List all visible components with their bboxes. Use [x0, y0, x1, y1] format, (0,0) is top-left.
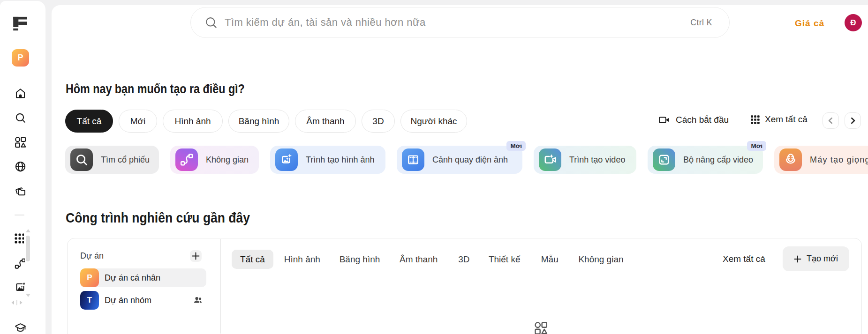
- grid-dots-icon: [750, 115, 760, 125]
- plus-icon: [794, 255, 801, 263]
- sidebar: P: [0, 1, 45, 334]
- pricing-link[interactable]: Giá cả: [795, 18, 824, 29]
- project-item-personal[interactable]: P Dự án cá nhân: [80, 268, 206, 287]
- get-started-label: Cách bắt đầu: [676, 115, 729, 125]
- tool-icon-tile: [70, 148, 93, 171]
- new-badge: Mới: [747, 141, 766, 151]
- projects-label: Dự án: [80, 251, 104, 261]
- search-shortcut: Ctrl K: [690, 18, 712, 28]
- tool-icon-tile: [175, 148, 198, 171]
- tool-card-image-generator[interactable]: Trình tạo hình ảnh: [270, 146, 385, 174]
- search-icon: [205, 17, 217, 29]
- chip-images[interactable]: Hình ảnh: [163, 110, 223, 133]
- tab-video[interactable]: Băng hình: [340, 250, 380, 269]
- tool-icon-tile: [275, 148, 298, 171]
- sidebar-scrollbar-thumb[interactable]: [26, 236, 30, 261]
- tool-card-label: Trình tạo video: [569, 155, 625, 165]
- collections-icon[interactable]: [15, 185, 26, 197]
- plus-icon: [192, 252, 200, 260]
- create-new-button[interactable]: Tạo mới: [783, 246, 849, 271]
- tool-card-label: Trình tạo hình ảnh: [306, 155, 374, 165]
- apps-grid-icon[interactable]: [15, 233, 24, 244]
- chip-others[interactable]: Người khác: [400, 110, 467, 133]
- tab-images[interactable]: Hình ảnh: [284, 250, 320, 269]
- tab-3d[interactable]: 3D: [458, 250, 469, 269]
- chip-3d[interactable]: 3D: [362, 110, 395, 133]
- add-project-button[interactable]: [190, 250, 202, 262]
- search-icon[interactable]: [15, 112, 26, 124]
- sidebar-collapse-icon[interactable]: [11, 300, 23, 305]
- film-icon: [406, 153, 420, 167]
- filter-chips: Tất cả Mới Hình ảnh Băng hình Âm thanh 3…: [65, 110, 467, 133]
- project-item-label: Dự án nhóm: [105, 296, 193, 305]
- video-generator-icon: [543, 153, 557, 167]
- tab-design[interactable]: Thiết kế: [489, 250, 521, 269]
- view-all-tools-button[interactable]: Xem tất cả: [750, 114, 808, 125]
- global-search[interactable]: Tìm kiếm dự án, tài sản và nhiều hơn nữa…: [190, 7, 730, 38]
- user-avatar[interactable]: Đ: [845, 14, 862, 31]
- home-icon[interactable]: [15, 88, 26, 99]
- sidebar-divider: [15, 215, 24, 215]
- tab-templates[interactable]: Mẫu: [541, 250, 559, 269]
- carousel-next-button[interactable]: [845, 112, 861, 129]
- tool-card-label: Tìm cổ phiếu: [101, 155, 150, 165]
- spline-icon[interactable]: [15, 258, 25, 269]
- new-badge: Mới: [506, 141, 526, 151]
- globe-icon[interactable]: [15, 161, 26, 172]
- view-all-tools-label: Xem tất cả: [765, 114, 808, 125]
- create-new-label: Tạo mới: [807, 254, 838, 264]
- get-started-button[interactable]: Cách bắt đầu: [658, 114, 729, 126]
- chip-new[interactable]: Mới: [119, 110, 157, 133]
- recent-section-title: Công trình nghiên cứu gần đây: [66, 210, 250, 226]
- carousel-prev-button[interactable]: [823, 112, 839, 129]
- tool-card-video-upscaler[interactable]: Mới Bộ nâng cấp video: [648, 146, 763, 174]
- chevron-left-icon: [826, 116, 835, 125]
- chip-video[interactable]: Băng hình: [228, 110, 289, 133]
- chevron-right-icon: [848, 116, 857, 125]
- project-avatar: P: [80, 268, 99, 287]
- upscaler-icon: [657, 153, 671, 167]
- image-generator-icon[interactable]: [15, 282, 25, 293]
- tool-card-label: Bộ nâng cấp video: [683, 155, 753, 165]
- empty-state-icon: [534, 321, 548, 334]
- chip-audio[interactable]: Âm thanh: [295, 110, 356, 133]
- workspace-avatar[interactable]: P: [12, 49, 29, 67]
- tool-cards-row: Tìm cổ phiếu Không gian Trình tạo hình ả…: [65, 146, 868, 174]
- hero-title: Hôm nay bạn muốn tạo ra điều gì?: [66, 82, 245, 96]
- team-members-icon: [193, 296, 203, 305]
- learn-icon[interactable]: [15, 322, 26, 334]
- project-item-label: Dự án cá nhân: [105, 273, 206, 283]
- voice-generator-icon: [784, 153, 798, 167]
- tool-icon-tile: [539, 148, 561, 171]
- tool-card-label: Máy tạo giọng nói: [810, 155, 868, 165]
- project-item-team[interactable]: T Dự án nhóm: [80, 291, 206, 310]
- sidebar-scroll-down-icon[interactable]: [26, 294, 30, 297]
- image-generator-icon: [279, 153, 294, 167]
- panel-divider: [220, 239, 221, 334]
- chip-all[interactable]: Tất cả: [65, 110, 113, 133]
- video-camera-icon: [658, 114, 670, 126]
- tool-icon-tile: [402, 148, 424, 171]
- tab-all[interactable]: Tất cả: [232, 250, 273, 269]
- freepik-logo-icon[interactable]: [13, 16, 28, 31]
- tool-card-video-generator[interactable]: Trình tạo video: [534, 146, 636, 174]
- spaces-icon: [180, 153, 194, 167]
- tool-card-cinematic-footage[interactable]: Mới Cảnh quay điện ảnh: [397, 146, 522, 174]
- tool-icon-tile: [653, 148, 675, 171]
- stock-search-icon: [75, 153, 89, 167]
- categories-icon[interactable]: [15, 136, 26, 148]
- tool-card-label: Cảnh quay điện ảnh: [432, 155, 508, 165]
- project-avatar: T: [80, 291, 99, 310]
- tool-card-spaces[interactable]: Không gian: [170, 146, 259, 174]
- tab-audio[interactable]: Âm thanh: [400, 250, 438, 269]
- tool-card-voice-generator[interactable]: Máy tạo giọng nói: [774, 146, 868, 174]
- tool-icon-tile: [779, 148, 802, 171]
- tab-spaces[interactable]: Không gian: [578, 250, 623, 269]
- sidebar-scroll-up-icon[interactable]: [26, 229, 30, 232]
- tool-card-stock-search[interactable]: Tìm cổ phiếu: [65, 146, 159, 174]
- tool-card-label: Không gian: [206, 155, 249, 165]
- view-all-recent-link[interactable]: Xem tất cả: [723, 254, 765, 264]
- search-placeholder: Tìm kiếm dự án, tài sản và nhiều hơn nữa: [225, 16, 690, 29]
